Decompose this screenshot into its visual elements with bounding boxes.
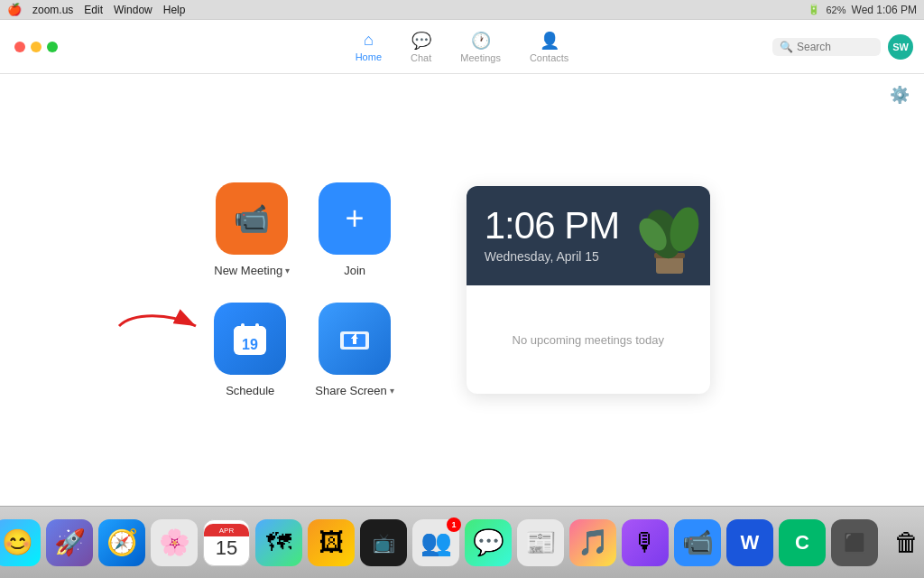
dock-launchpad[interactable]: 🚀 [46, 519, 93, 566]
menu-bar-left: 🍎 zoom.us Edit Window Help [7, 3, 793, 16]
red-arrow-decoration [115, 308, 205, 348]
home-icon: ⌂ [364, 31, 374, 50]
safari-icon: 🧭 [106, 527, 138, 557]
dock-maps[interactable]: 🗺 [255, 519, 302, 566]
search-input[interactable] [797, 41, 878, 53]
tab-home-label: Home [356, 51, 382, 62]
tab-home[interactable]: ⌂ Home [341, 27, 396, 66]
calendar-dock-date: 15 [216, 536, 237, 560]
dock-safari[interactable]: 🧭 [98, 519, 145, 566]
dock-photos2[interactable]: 🖼 [308, 519, 355, 566]
nav-tabs: ⌂ Home 💬 Chat 🕐 Meetings 👤 Contacts [341, 27, 584, 67]
dock: 😊 🚀 🧭 🌸 APR 15 🗺 🖼 📺 👥 1 💬 📰 🎵 🎙 📹 W [0, 506, 924, 578]
traffic-lights [14, 42, 58, 52]
share-screen-svg-icon [337, 321, 373, 357]
trash-icon: 🗑 [894, 527, 919, 557]
contacts-icon: 👤 [540, 31, 559, 51]
schedule-button[interactable]: 19 [214, 303, 286, 375]
svg-rect-10 [353, 339, 356, 344]
svg-rect-6 [255, 323, 259, 331]
toolbar-right: 🔍 SW [772, 34, 913, 60]
maps-icon: 🗺 [266, 527, 291, 557]
menu-time: Wed 1:06 PM [852, 4, 917, 16]
tab-chat[interactable]: 💬 Chat [396, 27, 446, 67]
settings-gear[interactable]: ⚙️ [890, 85, 910, 105]
chat-icon: 💬 [411, 31, 431, 51]
camera-icon: 📹 [234, 201, 270, 236]
dock-trash[interactable]: 🗑 [883, 519, 924, 566]
dock-messages[interactable]: 💬 [465, 519, 512, 566]
avatar[interactable]: SW [888, 34, 913, 60]
dock-calendar[interactable]: APR 15 [203, 519, 250, 566]
calendar-body: No upcoming meetings today [467, 285, 710, 394]
dock-camunda[interactable]: C [779, 519, 826, 566]
dock-podcasts[interactable]: 🎙 [622, 519, 669, 566]
maximize-button[interactable] [47, 42, 58, 52]
launchpad-icon: 🚀 [54, 527, 86, 557]
close-button[interactable] [14, 42, 25, 52]
tab-meetings-label: Meetings [460, 52, 501, 63]
no-meetings-text: No upcoming meetings today [513, 333, 664, 347]
dock-finder[interactable]: 😊 [0, 519, 41, 566]
menu-bar-right: 🔋 62% Wed 1:06 PM [808, 4, 917, 16]
photos-app-icon: 🌸 [159, 527, 190, 557]
dock-zoom[interactable]: 📹 [674, 519, 721, 566]
music-icon: 🎵 [578, 527, 609, 557]
join-label: Join [344, 264, 365, 277]
dock-music[interactable]: 🎵 [569, 519, 616, 566]
svg-rect-5 [241, 323, 245, 331]
search-box[interactable]: 🔍 [772, 38, 881, 56]
help-menu[interactable]: Help [163, 4, 186, 16]
toolbar: ⌂ Home 💬 Chat 🕐 Meetings 👤 Contacts 🔍 SW [0, 20, 924, 74]
join-item[interactable]: + Join [319, 182, 391, 277]
share-screen-chevron: ▾ [390, 386, 394, 396]
calendar-dock-month: APR [204, 524, 249, 536]
menu-bar: 🍎 zoom.us Edit Window Help 🔋 62% Wed 1:0… [0, 0, 924, 20]
new-meeting-chevron: ▾ [285, 266, 290, 275]
contacts-badge: 1 [447, 517, 461, 532]
tab-meetings[interactable]: 🕐 Meetings [446, 27, 515, 67]
svg-text:19: 19 [242, 337, 258, 352]
new-meeting-item[interactable]: 📹 New Meeting ▾ [214, 182, 290, 277]
edit-menu[interactable]: Edit [84, 4, 103, 16]
meetings-icon: 🕐 [471, 31, 491, 51]
podcasts-icon: 🎙 [633, 527, 658, 557]
schedule-label: Schedule [226, 384, 274, 397]
search-icon: 🔍 [780, 41, 793, 53]
tab-contacts[interactable]: 👤 Contacts [515, 27, 583, 67]
news-icon: 📰 [525, 527, 557, 557]
plus-icon: + [346, 200, 365, 238]
new-meeting-button[interactable]: 📹 [216, 182, 288, 255]
dock-news[interactable]: 📰 [517, 519, 564, 566]
share-screen-item[interactable]: Share Screen ▾ [315, 303, 394, 397]
contacts-icon: 👥 [420, 527, 452, 557]
calendar-widget: 1:06 PM Wednesday, April 15 No upcoming … [467, 186, 710, 394]
app-name-menu[interactable]: zoom.us [32, 4, 73, 16]
word-icon: W [741, 531, 760, 555]
calendar-header: 1:06 PM Wednesday, April 15 [467, 186, 710, 285]
plant-decoration [629, 206, 701, 285]
camunda-icon: C [795, 531, 809, 555]
dock-photos-app[interactable]: 🌸 [151, 519, 198, 566]
photos2-icon: 🖼 [319, 527, 344, 557]
dock-apple-tv[interactable]: 📺 [360, 519, 407, 566]
actions-row-2: 19 Schedule [214, 303, 394, 397]
dock-capture[interactable]: ⬛ [831, 519, 878, 566]
dock-contacts[interactable]: 👥 1 [412, 519, 459, 566]
tab-contacts-label: Contacts [530, 52, 568, 63]
main-content: ⚙️ 📹 New Meeting ▾ [0, 74, 924, 506]
window-menu[interactable]: Window [114, 4, 152, 16]
actions-row-1: 📹 New Meeting ▾ + Join [214, 182, 394, 277]
apple-tv-icon: 📺 [373, 532, 395, 554]
messages-icon: 💬 [473, 527, 504, 557]
battery-icon: 🔋 [808, 4, 820, 15]
minimize-button[interactable] [31, 42, 42, 52]
capture-icon: ⬛ [844, 532, 866, 554]
apple-menu[interactable]: 🍎 [7, 3, 22, 16]
calendar-svg-icon: 19 [230, 319, 270, 359]
share-screen-button[interactable] [319, 303, 391, 375]
join-button[interactable]: + [319, 182, 391, 255]
tab-chat-label: Chat [411, 52, 431, 63]
schedule-item[interactable]: 19 Schedule [214, 303, 286, 397]
dock-word[interactable]: W [726, 519, 773, 566]
